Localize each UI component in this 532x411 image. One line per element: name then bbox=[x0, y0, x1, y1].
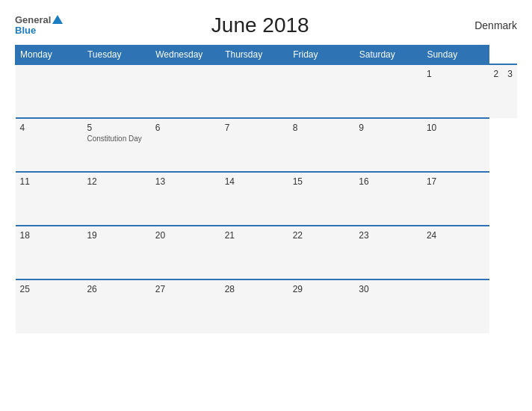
day-number: 11 bbox=[20, 176, 78, 187]
weekday-header-cell: Thursday bbox=[220, 46, 288, 65]
day-number: 27 bbox=[155, 284, 216, 294]
day-number: 26 bbox=[87, 284, 146, 294]
logo: General Blue bbox=[15, 15, 63, 37]
calendar-day-cell bbox=[288, 64, 355, 118]
calendar-day-cell: 5Constitution Day bbox=[82, 118, 150, 172]
day-number: 25 bbox=[20, 284, 78, 294]
calendar-day-cell bbox=[220, 64, 288, 118]
weekday-header-cell: Monday bbox=[16, 46, 83, 65]
calendar-day-cell: 12 bbox=[82, 172, 150, 226]
calendar-day-cell: 7 bbox=[220, 118, 288, 172]
day-number: 15 bbox=[293, 176, 350, 187]
day-number: 1 bbox=[427, 69, 485, 79]
weekday-header-cell: Wednesday bbox=[151, 46, 220, 65]
calendar-day-cell bbox=[422, 279, 489, 333]
calendar-day-cell: 14 bbox=[220, 172, 288, 226]
day-number: 8 bbox=[293, 123, 350, 133]
calendar-day-cell: 20 bbox=[151, 226, 220, 279]
day-number: 28 bbox=[225, 284, 284, 294]
day-number: 21 bbox=[225, 230, 284, 241]
calendar-day-cell: 6 bbox=[151, 118, 220, 172]
day-number: 17 bbox=[427, 176, 485, 187]
day-number: 30 bbox=[359, 284, 418, 294]
day-number: 9 bbox=[359, 123, 418, 133]
calendar-day-cell: 26 bbox=[82, 279, 150, 333]
country-label: Denmark bbox=[457, 19, 517, 31]
calendar-title: June 2018 bbox=[63, 13, 457, 37]
calendar-week-row: 45Constitution Day678910 bbox=[16, 118, 518, 172]
weekday-header-cell: Sunday bbox=[422, 46, 489, 65]
calendar-week-row: 123 bbox=[16, 64, 518, 118]
calendar-day-cell bbox=[151, 64, 220, 118]
weekday-header-cell: Saturday bbox=[354, 46, 422, 65]
day-number: 5 bbox=[87, 123, 146, 133]
calendar-day-cell: 10 bbox=[422, 118, 489, 172]
calendar-day-cell bbox=[16, 64, 83, 118]
day-number: 3 bbox=[507, 69, 513, 79]
weekday-header-cell: Friday bbox=[288, 46, 355, 65]
holiday-label: Constitution Day bbox=[87, 135, 146, 143]
calendar-week-row: 11121314151617 bbox=[16, 172, 518, 226]
header: General Blue June 2018 Denmark bbox=[15, 13, 517, 37]
calendar-day-cell: 22 bbox=[288, 226, 355, 279]
calendar-day-cell: 17 bbox=[422, 172, 489, 226]
calendar-day-cell: 11 bbox=[16, 172, 83, 226]
weekday-header-row: MondayTuesdayWednesdayThursdayFridaySatu… bbox=[16, 46, 518, 65]
calendar-day-cell: 3 bbox=[503, 64, 517, 118]
calendar-day-cell: 23 bbox=[354, 226, 422, 279]
day-number: 20 bbox=[155, 230, 216, 241]
logo-blue-text: Blue bbox=[15, 25, 36, 36]
calendar-day-cell: 1 bbox=[422, 64, 489, 118]
day-number: 16 bbox=[359, 176, 418, 187]
logo-general-text: General bbox=[15, 15, 51, 25]
day-number: 6 bbox=[155, 123, 216, 133]
day-number: 4 bbox=[20, 123, 78, 133]
calendar-day-cell: 24 bbox=[422, 226, 489, 279]
day-number: 14 bbox=[225, 176, 284, 187]
calendar-day-cell: 29 bbox=[288, 279, 355, 333]
day-number: 19 bbox=[87, 230, 146, 241]
logo-triangle-icon bbox=[52, 15, 63, 24]
calendar-day-cell: 30 bbox=[354, 279, 422, 333]
day-number: 13 bbox=[155, 176, 216, 187]
day-number: 23 bbox=[359, 230, 418, 241]
day-number: 12 bbox=[87, 176, 146, 187]
calendar-week-row: 252627282930 bbox=[16, 279, 518, 333]
calendar-page: General Blue June 2018 Denmark MondayTue… bbox=[0, 0, 532, 411]
calendar-day-cell: 18 bbox=[16, 226, 83, 279]
calendar-table: MondayTuesdayWednesdayThursdayFridaySatu… bbox=[15, 45, 517, 333]
day-number: 24 bbox=[427, 230, 485, 241]
calendar-day-cell: 8 bbox=[288, 118, 355, 172]
calendar-day-cell: 21 bbox=[220, 226, 288, 279]
calendar-day-cell: 28 bbox=[220, 279, 288, 333]
calendar-day-cell bbox=[82, 64, 150, 118]
day-number: 7 bbox=[225, 123, 284, 133]
calendar-day-cell: 19 bbox=[82, 226, 150, 279]
calendar-day-cell: 25 bbox=[16, 279, 83, 333]
calendar-day-cell: 4 bbox=[16, 118, 83, 172]
day-number: 29 bbox=[293, 284, 350, 294]
calendar-day-cell: 15 bbox=[288, 172, 355, 226]
calendar-day-cell bbox=[354, 64, 422, 118]
calendar-day-cell: 27 bbox=[151, 279, 220, 333]
calendar-day-cell: 16 bbox=[354, 172, 422, 226]
day-number: 2 bbox=[494, 69, 499, 79]
day-number: 10 bbox=[427, 123, 485, 133]
calendar-day-cell: 13 bbox=[151, 172, 220, 226]
day-number: 18 bbox=[20, 230, 78, 241]
calendar-day-cell: 9 bbox=[354, 118, 422, 172]
calendar-week-row: 18192021222324 bbox=[16, 226, 518, 279]
weekday-header-cell: Tuesday bbox=[82, 46, 150, 65]
day-number: 22 bbox=[293, 230, 350, 241]
calendar-day-cell: 2 bbox=[489, 64, 504, 118]
